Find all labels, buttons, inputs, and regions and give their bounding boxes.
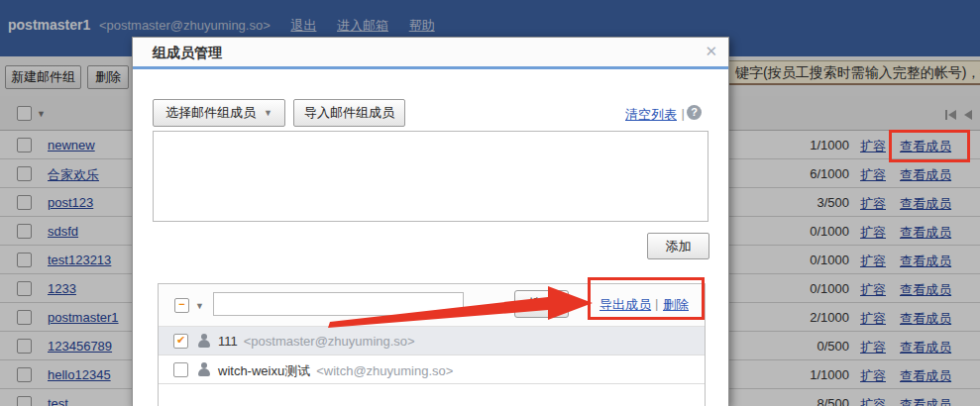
clear-list-link[interactable]: 清空列表	[625, 106, 677, 124]
help-icon[interactable]: ?	[687, 105, 702, 120]
member-name: 111	[218, 334, 238, 349]
indeterminate-minus-icon: −	[175, 297, 188, 311]
import-group-members-button[interactable]: 导入邮件组成员	[293, 99, 405, 127]
member-search-row: − ▼ 搜索 导出成员 | 删除	[159, 284, 705, 327]
check-icon: ✔	[174, 333, 187, 347]
member-name: witch-weixu测试	[218, 363, 310, 378]
search-button[interactable]: 搜索	[514, 290, 569, 318]
member-search-input[interactable]	[213, 292, 464, 316]
dialog-header: 组成员管理 ✕	[133, 38, 728, 66]
select-group-members-button[interactable]: 选择邮件组成员▼	[153, 99, 285, 127]
export-members-link[interactable]: 导出成员	[599, 296, 651, 314]
divider: |	[655, 296, 658, 311]
member-row: witch-weixu测试<witch@zhuyuming.so>	[159, 355, 705, 384]
dialog-title: 组成员管理	[153, 45, 222, 62]
person-icon	[197, 334, 211, 348]
divider: |	[682, 106, 685, 121]
member-entry-textarea[interactable]	[153, 131, 708, 222]
delete-members-link[interactable]: 删除	[663, 296, 689, 314]
chevron-down-icon: ▼	[264, 108, 272, 118]
person-icon	[197, 362, 211, 376]
member-checkbox[interactable]	[173, 362, 188, 377]
close-icon[interactable]: ✕	[705, 43, 717, 60]
admin-console-screen: postmaster1 <postmaster@zhuyuming.so> 退出…	[0, 0, 980, 406]
header-divider	[133, 66, 728, 69]
group-member-manager-dialog: 组成员管理 ✕ 选择邮件组成员▼ 导入邮件组成员 清空列表 | ? 添加 − ▼…	[132, 37, 729, 406]
add-button[interactable]: 添加	[647, 233, 709, 259]
member-checkbox-checked[interactable]: ✔	[173, 334, 188, 349]
member-list-panel: − ▼ 搜索 导出成员 | 删除 ✔ 111<postmaster@zhuyum…	[158, 283, 706, 406]
select-dropdown-icon[interactable]: ▼	[195, 301, 204, 311]
member-email: <witch@zhuyuming.so>	[316, 363, 453, 378]
select-all-members-checkbox[interactable]: −	[174, 298, 189, 313]
member-email: <postmaster@zhuyuming.so>	[244, 334, 415, 349]
member-row: ✔ 111<postmaster@zhuyuming.so>	[159, 327, 705, 355]
